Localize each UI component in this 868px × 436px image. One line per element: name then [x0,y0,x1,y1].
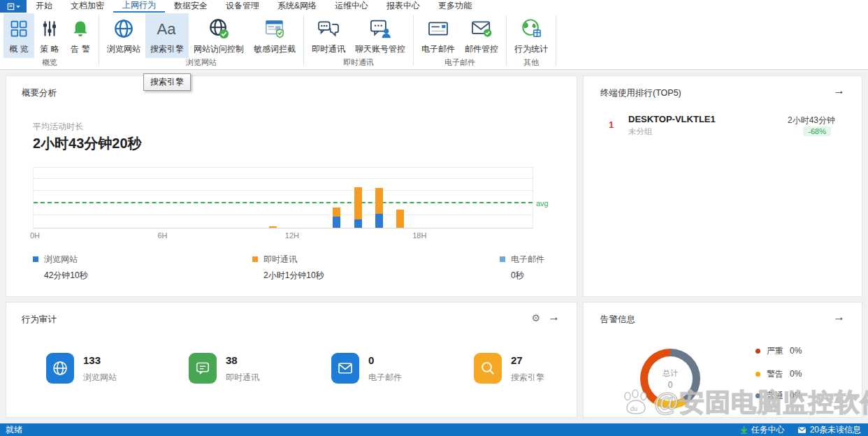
legend-dot [755,393,760,398]
ribbon-separator [506,15,507,66]
terminal-group: 未分组 [628,126,653,137]
avg-line-label: avg [536,199,549,208]
menu-tab-device-mgmt[interactable]: 设备管理 [217,0,268,13]
avg-activity-label: 平均活动时长 [33,121,83,133]
ribbon-group-web-browsing: 浏览网站 Aa 搜索引擎 网站访问控制 敏感词拦截 浏览网站 [100,13,303,69]
unread-messages-button[interactable]: 20条未读信息 [797,424,861,436]
legend-dot [755,372,760,377]
ribbon-group-label-im: 即时通讯 [305,58,412,69]
chat-icon [189,353,217,384]
download-arrow-icon [740,426,748,434]
alarm-card-title: 告警信息 [600,314,635,326]
app-menu-button[interactable] [0,0,27,13]
search-engine-button[interactable]: Aa 搜索引擎 [145,13,189,58]
chat-account-control-button[interactable]: 聊天账号管控 [350,13,410,58]
ribbon-separator [99,15,99,66]
menu-tab-data-security[interactable]: 数据安全 [165,0,217,13]
arrow-right-icon[interactable]: → [548,311,560,324]
terminal-ranking-card: 终端使用排行(TOP5) → 1 DESKTOP-VLKTLE1 未分组 2小时… [583,75,862,297]
task-center-button[interactable]: 任务中心 [740,424,785,436]
chart-x-axis: 0H6H12H18H [33,231,533,241]
sliders-icon [41,17,59,40]
app-window-icon [7,3,15,10]
browser-shield-icon [264,17,285,40]
alarm-donut-chart: 总计 0 [640,349,700,409]
browse-website-button[interactable]: 浏览网站 [102,13,145,58]
ribbon: 概 览 策 略 告 警 概览 浏览网站 [0,13,868,70]
ribbon-group-other: 行为统计 其他 [507,13,555,69]
status-ready: 就绪 [0,424,732,436]
chevron-down-icon [16,5,20,8]
globe-icon [113,17,134,40]
rank-number: 1 [609,119,614,130]
alert-button[interactable]: 告 警 [65,13,96,58]
ribbon-group-label-other: 其他 [507,58,555,69]
legend-swatch [252,256,258,262]
bell-icon [71,17,89,40]
stat-search: 27 搜索引擎 [474,353,544,384]
activity-bar-chart [33,167,533,228]
audit-card-title: 行为审计 [22,314,57,326]
legend-swatch [33,256,38,262]
behavior-stats-button[interactable]: 行为统计 [509,13,553,58]
summary-card-title: 概要分析 [22,87,57,99]
im-button[interactable]: 即时通讯 [307,13,350,58]
stat-web: 133 浏览网站 [46,353,117,384]
grid-icon [9,17,29,40]
ribbon-group-label-overview: 概览 [1,58,98,69]
ribbon-separator [303,15,304,66]
menu-tab-system-network[interactable]: 系统&网络 [268,0,326,13]
chat-bubbles-icon [317,17,340,40]
menu-tab-more[interactable]: 更多功能 [429,0,481,13]
menu-tab-internet-behavior[interactable]: 上网行为 [113,0,165,13]
content-area: 概要分析 平均活动时长 2小时43分钟20秒 avg 0H6H12H18H 浏览… [0,70,868,423]
behavior-audit-card: 行为审计 ⚙ → 133 浏览网站 38 即时通讯 0 电子邮件 [6,302,577,418]
website-access-control-button[interactable]: 网站访问控制 [189,13,249,58]
alarm-legend-critical: 严重 0% [755,346,802,356]
status-bar: 就绪 任务中心 20条未读信息 [0,423,868,436]
mail-control-button[interactable]: 邮件管控 [460,13,503,58]
menu-tab-report-center[interactable]: 报表中心 [377,0,429,13]
legend-value: 42分钟10秒 [44,270,243,282]
alarm-legend-normal: 普通 0% [755,391,802,400]
mail-check-icon [470,17,493,40]
gear-icon[interactable]: ⚙ [531,312,540,324]
legend-item-web: 浏览网站 42分钟10秒 [33,252,243,282]
stat-im: 38 即时通讯 [189,353,259,384]
avg-activity-value: 2小时43分钟20秒 [33,134,142,153]
chat-person-icon [369,17,391,40]
ranking-card-title: 终端使用排行(TOP5) [600,87,681,99]
ribbon-group-overview: 概 览 策 略 告 警 概览 [1,13,98,69]
ribbon-separator [556,15,556,66]
globe-check-icon [208,17,229,40]
ribbon-separator [413,15,414,66]
svg-text:Aa: Aa [157,20,177,38]
globe-table-icon [521,17,542,40]
menu-tab-doc-encrypt[interactable]: 文档加密 [62,0,113,13]
menu-tab-ops-center[interactable]: 运维中心 [326,0,377,13]
menubar: 开始 文档加密 上网行为 数据安全 设备管理 系统&网络 运维中心 报表中心 更… [0,0,868,13]
donut-center: 总计 0 [648,356,693,401]
alarm-info-card: 告警信息 → 总计 0 严重 0% 警告 0% 普通 0% [583,302,862,418]
sensitive-word-block-button[interactable]: 敏感词拦截 [249,13,301,58]
tooltip-search-engine: 搜索引擎 [143,73,191,91]
globe-icon [46,353,74,384]
legend-swatch [500,256,505,262]
arrow-right-icon[interactable]: → [833,311,845,324]
policy-button[interactable]: 策 略 [34,13,65,58]
mail-icon [331,353,359,384]
aa-text-icon: Aa [155,17,179,40]
summary-analysis-card: 概要分析 平均活动时长 2小时43分钟20秒 avg 0H6H12H18H 浏览… [6,75,577,297]
legend-dot [755,349,760,354]
alarm-legend-warning: 警告 0% [755,369,802,379]
mail-icon [797,426,806,434]
arrow-right-icon[interactable]: → [833,85,845,97]
search-icon [474,353,502,384]
email-button[interactable]: 电子邮件 [417,13,460,58]
overview-button[interactable]: 概 览 [3,13,34,58]
menu-tab-start[interactable]: 开始 [27,0,62,13]
ribbon-group-email: 电子邮件 邮件管控 电子邮件 [414,13,505,69]
mail-card-icon [427,17,449,40]
ribbon-group-im: 即时通讯 聊天账号管控 即时通讯 [305,13,412,69]
ribbon-group-label-web: 浏览网站 [100,58,303,69]
